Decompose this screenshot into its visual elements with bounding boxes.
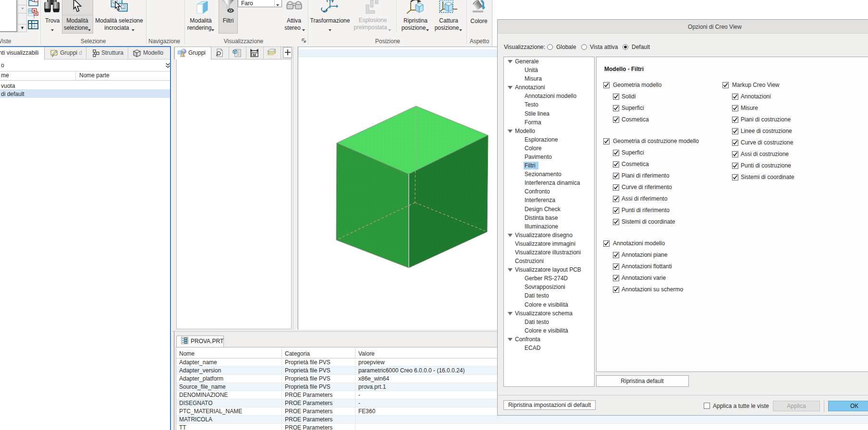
svg-text:M: M (253, 53, 256, 57)
